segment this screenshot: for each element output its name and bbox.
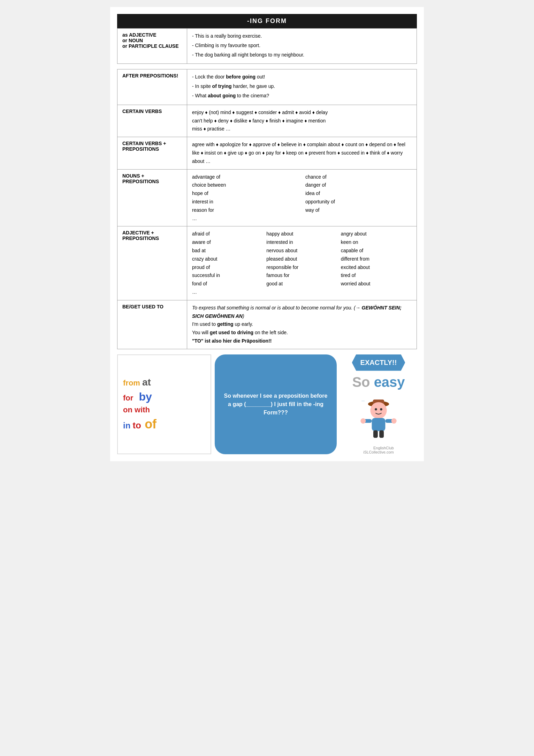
row-label-beget-used-to: BE/GET USED TO [117,300,187,349]
bubble-text: So whenever I see a preposition before a… [223,392,328,417]
so-easy-text: So easy [352,374,405,390]
svg-text:...: ... [362,397,365,402]
table-row-beget-used-to: BE/GET USED TO To express that something… [117,300,417,349]
row-label-verbs-prepositions: CERTAIN VERBS +PREPOSITIONS [117,137,187,169]
row-label-certain-verbs: CERTAIN VERBS [117,105,187,137]
adj-col3: angry aboutkeen oncapable ofdifferent fr… [341,230,412,296]
prepositions-examples: Lock the door before going out! In spite… [192,73,412,100]
prep-from: from [123,379,140,387]
svg-rect-5 [372,418,386,431]
prep-in: in [123,421,130,430]
exactly-label: EXACTLY!! [360,359,397,366]
svg-point-8 [360,418,366,424]
main-table: AFTER PREPOSITIONS! Lock the door before… [117,69,417,349]
prep-at: at [142,377,151,388]
adj-grid: afraid ofaware ofbad atcrazy aboutproud … [192,230,412,296]
table-row-verbs-prepositions: CERTAIN VERBS +PREPOSITIONS agree with ♦… [117,137,417,169]
footer-brands: EnglishClub iSLCollective.com [363,446,394,454]
prep-by: by [139,390,152,403]
prep-of: of [145,417,157,431]
adj-col2: happy aboutinterested innervous aboutple… [266,230,337,296]
nouns-grid: advantage ofchoice betweenhope ofinteres… [192,173,412,223]
table-row-nouns-prepositions: NOUNS +PREPOSITIONS advantage ofchoice b… [117,169,417,226]
title-bar: -ING FORM [117,14,417,28]
list-item: What about going to the cinema? [192,92,412,100]
prep-with: with [135,405,150,414]
row-content-adjectives-prepositions: afraid ofaware ofbad atcrazy aboutproud … [187,226,417,300]
section1-examples: This is a really boring exercise. Climbi… [192,32,412,59]
character-svg: ... [354,394,403,442]
table-row-prepositions: AFTER PREPOSITIONS! Lock the door before… [117,69,417,105]
prep-for: for [123,394,133,402]
svg-point-4 [380,408,382,410]
section1-table: as ADJECTIVE or NOUN or PARTICIPLE CLAUS… [117,28,417,64]
svg-point-9 [391,418,397,424]
list-item: In spite of trying harder, he gave up. [192,82,412,91]
svg-point-3 [375,408,377,410]
list-item: This is a really boring exercise. [192,32,412,40]
svg-rect-11 [379,430,384,438]
exactly-box: EXACTLY!! [352,354,405,371]
prep-line1: from at [123,375,205,389]
list-item: Lock the door before going out! [192,73,412,81]
section1-content: This is a really boring exercise. Climbi… [187,29,417,64]
nouns-col2: chance ofdanger ofidea ofopportunity ofw… [305,173,412,223]
svg-rect-10 [373,430,378,438]
row-content-certain-verbs: enjoy ♦ (not) mind ♦ suggest ♦ consider … [187,105,417,137]
page: -ING FORM as ADJECTIVE or NOUN or PARTIC… [110,7,424,461]
row-content-verbs-prepositions: agree with ♦ apologize for ♦ approve of … [187,137,417,169]
prep-line2: for by [123,389,205,405]
list-item: The dog barking all night belongs to my … [192,51,412,59]
easy-word: easy [374,374,405,390]
prep-on: on [123,405,132,414]
prep-to: to [132,420,141,431]
prep-line3: on with [123,405,205,416]
section1-label: as ADJECTIVE or NOUN or PARTICIPLE CLAUS… [117,29,187,64]
prep-line4: in to of [123,416,205,433]
page-title: -ING FORM [247,17,287,24]
nouns-col1: advantage ofchoice betweenhope ofinteres… [192,173,298,223]
character-figure: ... [354,394,403,442]
right-section: EXACTLY!! So easy [340,354,417,454]
row-content-nouns-prepositions: advantage ofchoice betweenhope ofinteres… [187,169,417,226]
prepositions-box: from at for by on with in to of [117,354,211,454]
adj-col1: afraid ofaware ofbad atcrazy aboutproud … [192,230,263,296]
footer1: EnglishClub [373,446,394,450]
bottom-section: from at for by on with in to of So whene… [117,354,417,454]
row-content-prepositions: Lock the door before going out! In spite… [187,69,417,105]
table-row-adjectives-prepositions: ADJECTIVE +PREPOSITIONS afraid ofaware o… [117,226,417,300]
row-label-nouns-prepositions: NOUNS +PREPOSITIONS [117,169,187,226]
row-content-beget-used-to: To express that something is normal or i… [187,300,417,349]
so-word: So [352,374,374,390]
footer2: iSLCollective.com [363,450,394,454]
table-row-certain-verbs: CERTAIN VERBS enjoy ♦ (not) mind ♦ sugge… [117,105,417,137]
row-label-adjectives-prepositions: ADJECTIVE +PREPOSITIONS [117,226,187,300]
row-label-prepositions: AFTER PREPOSITIONS! [117,69,187,105]
speech-bubble: So whenever I see a preposition before a… [215,354,337,454]
svg-point-2 [370,402,387,418]
list-item: Climbing is my favourite sport. [192,42,412,50]
